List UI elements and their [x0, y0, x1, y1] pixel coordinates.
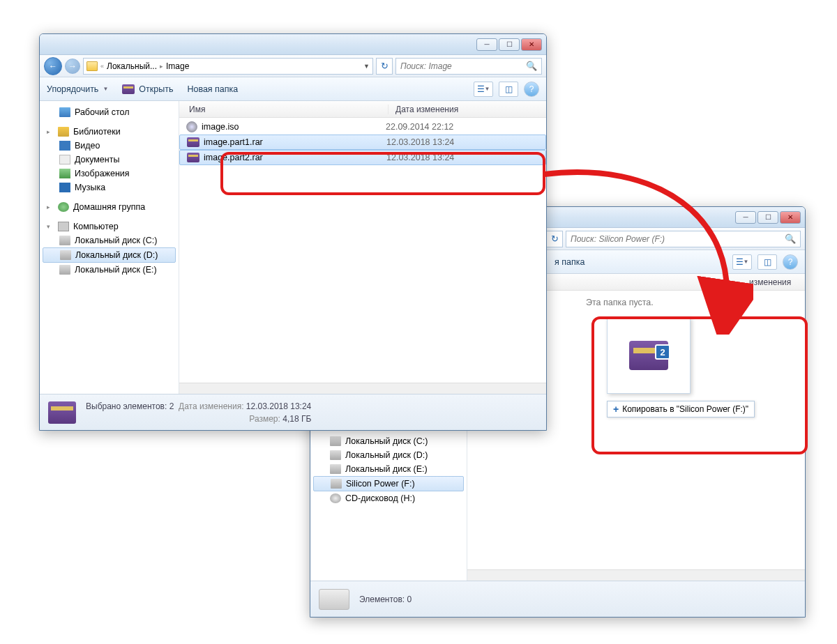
- search-icon: 🔍: [526, 61, 537, 71]
- close-button[interactable]: ✕: [521, 38, 542, 51]
- view-options-button[interactable]: ☰▼: [474, 82, 493, 97]
- homegroup-icon: [58, 202, 69, 212]
- statusbar: Элементов: 0: [310, 581, 805, 617]
- computer-icon: [58, 222, 69, 231]
- organize-button[interactable]: Упорядочить ▼: [47, 84, 108, 94]
- drive-icon: [331, 479, 342, 489]
- sidebar-item-documents[interactable]: Документы: [43, 153, 176, 167]
- rar-icon: [122, 84, 135, 94]
- iso-icon: [186, 121, 197, 132]
- close-button[interactable]: ✕: [780, 211, 801, 224]
- sidebar-item-computer[interactable]: ▾Компьютер: [43, 220, 176, 233]
- refresh-button[interactable]: ↻: [376, 58, 393, 75]
- search-input[interactable]: [400, 61, 526, 71]
- search-box[interactable]: 🔍: [566, 231, 801, 247]
- status-text: Элементов: 0: [359, 593, 412, 606]
- sidebar-item-homegroup[interactable]: ▸Домашняя группа: [43, 200, 176, 214]
- sidebar-item-drive-f[interactable]: Silicon Power (F:): [313, 476, 464, 491]
- rar-icon: [187, 137, 199, 147]
- explorer-window-source: ─ ☐ ✕ ← → « Локальный... ▸ Image ▼ ↻ 🔍 У…: [39, 33, 547, 431]
- minimize-button[interactable]: ─: [476, 38, 497, 51]
- images-icon: [59, 169, 70, 178]
- sidebar-item-drive-d[interactable]: Локальный диск (D:): [313, 448, 464, 462]
- preview-pane-button[interactable]: ◫: [757, 254, 777, 270]
- search-box[interactable]: 🔍: [395, 58, 542, 75]
- chevron-icon: ▸: [160, 63, 163, 70]
- help-button[interactable]: ?: [783, 254, 798, 270]
- expand-icon[interactable]: ▸: [47, 128, 54, 135]
- documents-icon: [59, 155, 70, 164]
- desktop-icon: [59, 107, 70, 117]
- refresh-button[interactable]: ↻: [546, 231, 563, 247]
- drive-icon: [330, 436, 341, 446]
- expand-icon[interactable]: ▾: [47, 223, 54, 230]
- horizontal-scrollbar[interactable]: [467, 569, 805, 581]
- sidebar-item-cd-drive[interactable]: CD-дисковод (H:): [313, 491, 464, 505]
- titlebar[interactable]: ─ ☐ ✕: [40, 34, 546, 55]
- drive-large-icon: [319, 589, 349, 610]
- open-button[interactable]: Открыть: [122, 84, 173, 94]
- sidebar-item-drive-e[interactable]: Локальный диск (E:): [43, 263, 176, 277]
- breadcrumb-part[interactable]: Image: [166, 61, 189, 71]
- rar-large-icon: [48, 401, 76, 424]
- preview-pane-button[interactable]: ◫: [499, 82, 518, 97]
- navbar: ← → « Локальный... ▸ Image ▼ ↻ 🔍: [40, 55, 546, 77]
- sidebar: Рабочий стол ▸Библиотеки Видео Документы…: [40, 101, 179, 394]
- sidebar-item-music[interactable]: Музыка: [43, 181, 176, 194]
- sidebar-item-drive-c[interactable]: Локальный диск (C:): [43, 233, 176, 247]
- drive-icon: [60, 250, 71, 260]
- search-icon: 🔍: [785, 233, 796, 244]
- view-options-button[interactable]: ☰▼: [732, 254, 752, 270]
- sidebar-item-images[interactable]: Изображения: [43, 167, 176, 181]
- list-header[interactable]: Имя Дата изменения: [179, 101, 546, 118]
- chevron-icon: «: [100, 63, 104, 70]
- file-date: 22.09.2014 22:12: [386, 122, 453, 132]
- file-list-pane[interactable]: Имя Дата изменения image.iso 22.09.2014 …: [179, 101, 546, 394]
- maximize-button[interactable]: ☐: [757, 211, 778, 224]
- sidebar-item-desktop[interactable]: Рабочий стол: [43, 105, 176, 119]
- sidebar-item-video[interactable]: Видео: [43, 139, 176, 153]
- sidebar-item-libraries[interactable]: ▸Библиотеки: [43, 125, 176, 139]
- drag-count-badge: 2: [655, 344, 670, 360]
- breadcrumb[interactable]: « Локальный... ▸ Image ▼: [83, 58, 373, 75]
- file-date: 12.03.2018 13:24: [386, 153, 454, 162]
- drive-icon: [59, 236, 70, 245]
- forward-button[interactable]: →: [65, 59, 80, 74]
- drag-ghost: 2: [607, 317, 691, 394]
- sidebar-item-drive-e[interactable]: Локальный диск (E:): [313, 462, 464, 476]
- file-row[interactable]: image.part2.rar 12.03.2018 13:24: [179, 150, 546, 165]
- sidebar-item-drive-d[interactable]: Локальный диск (D:): [43, 247, 176, 263]
- empty-folder-message: Эта папка пуста.: [579, 292, 805, 313]
- folder-icon: [86, 61, 98, 71]
- expand-icon[interactable]: ▸: [47, 204, 54, 210]
- file-row[interactable]: image.iso 22.09.2014 22:12: [179, 119, 546, 135]
- horizontal-scrollbar[interactable]: [179, 383, 546, 394]
- new-folder-button[interactable]: я папка: [555, 257, 585, 267]
- back-button[interactable]: ←: [44, 57, 62, 75]
- drag-tooltip: + Копировать в "Silicon Power (F:)": [607, 401, 755, 417]
- file-date: 12.03.2018 13:24: [386, 137, 454, 147]
- plus-icon: +: [613, 404, 619, 415]
- breadcrumb-dropdown[interactable]: ▼: [363, 63, 370, 70]
- file-row[interactable]: image.part1.rar 12.03.2018 13:24: [179, 135, 546, 150]
- cd-icon: [330, 493, 341, 503]
- rar-icon: [187, 153, 199, 162]
- music-icon: [59, 183, 70, 192]
- maximize-button[interactable]: ☐: [499, 38, 520, 51]
- minimize-button[interactable]: ─: [735, 211, 756, 224]
- column-date[interactable]: Дата изменения: [389, 105, 546, 114]
- library-icon: [58, 127, 69, 137]
- statusbar: Выбрано элементов: 2 Дата изменения: 12.…: [40, 394, 546, 430]
- video-icon: [59, 141, 70, 151]
- drive-icon: [330, 464, 341, 474]
- status-text: Выбрано элементов: 2 Дата изменения: 12.…: [86, 400, 311, 425]
- sidebar-item-drive-c[interactable]: Локальный диск (C:): [313, 434, 464, 448]
- column-name[interactable]: Имя: [179, 105, 389, 114]
- search-input[interactable]: [571, 234, 785, 244]
- list-body[interactable]: image.iso 22.09.2014 22:12 image.part1.r…: [179, 118, 546, 383]
- drive-icon: [330, 450, 341, 460]
- help-button[interactable]: ?: [524, 82, 539, 97]
- column-date[interactable]: изменения: [742, 277, 805, 287]
- breadcrumb-part[interactable]: Локальный...: [107, 61, 157, 71]
- new-folder-button[interactable]: Новая папка: [187, 84, 238, 94]
